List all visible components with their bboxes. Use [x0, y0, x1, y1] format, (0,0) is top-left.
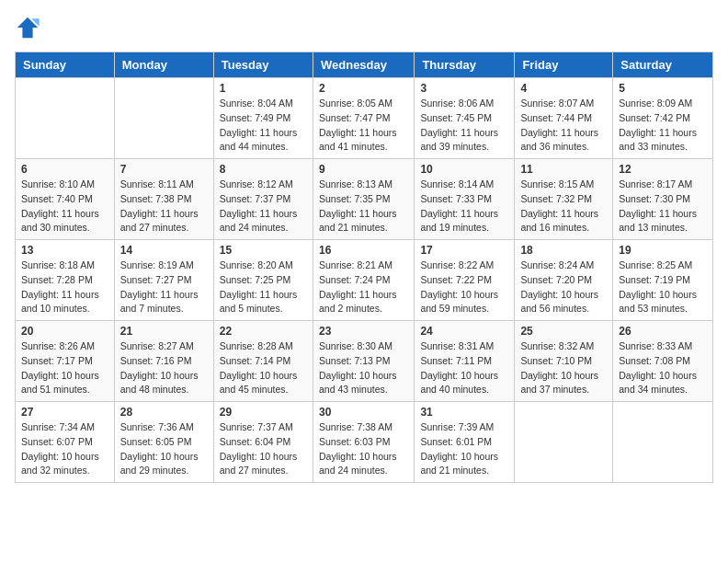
day-info: Sunrise: 8:28 AMSunset: 7:14 PMDaylight:…: [220, 340, 298, 395]
day-info: Sunrise: 8:21 AMSunset: 7:24 PMDaylight:…: [319, 259, 397, 314]
day-info: Sunrise: 8:32 AMSunset: 7:10 PMDaylight:…: [520, 340, 598, 395]
day-info: Sunrise: 8:13 AMSunset: 7:35 PMDaylight:…: [319, 178, 397, 233]
day-info: Sunrise: 8:14 AMSunset: 7:33 PMDaylight:…: [420, 178, 498, 233]
calendar-cell: 17 Sunrise: 8:22 AMSunset: 7:22 PMDaylig…: [415, 240, 515, 321]
day-number: 21: [120, 325, 208, 338]
day-number: 11: [520, 163, 607, 176]
day-info: Sunrise: 8:27 AMSunset: 7:16 PMDaylight:…: [120, 340, 199, 395]
day-info: Sunrise: 8:05 AMSunset: 7:47 PMDaylight:…: [319, 98, 397, 152]
day-info: Sunrise: 8:33 AMSunset: 7:08 PMDaylight:…: [619, 340, 697, 395]
calendar-cell: 30 Sunrise: 7:38 AMSunset: 6:03 PMDaylig…: [313, 402, 414, 483]
calendar-cell: 14 Sunrise: 8:19 AMSunset: 7:27 PMDaylig…: [114, 240, 213, 321]
calendar-week-row: 27 Sunrise: 7:34 AMSunset: 6:07 PMDaylig…: [16, 402, 713, 483]
day-info: Sunrise: 8:15 AMSunset: 7:32 PMDaylight:…: [520, 178, 598, 233]
day-number: 3: [420, 82, 508, 95]
calendar-cell: 27 Sunrise: 7:34 AMSunset: 6:07 PMDaylig…: [16, 402, 115, 483]
page-header: [15, 15, 713, 40]
calendar-week-row: 20 Sunrise: 8:26 AMSunset: 7:17 PMDaylig…: [16, 321, 713, 402]
day-number: 6: [21, 163, 108, 176]
day-number: 18: [520, 244, 607, 257]
day-info: Sunrise: 8:25 AMSunset: 7:19 PMDaylight:…: [619, 259, 697, 314]
calendar-cell: 7 Sunrise: 8:11 AMSunset: 7:38 PMDayligh…: [114, 159, 213, 240]
weekday-header: Thursday: [415, 52, 515, 78]
day-info: Sunrise: 8:31 AMSunset: 7:11 PMDaylight:…: [420, 340, 498, 395]
calendar-cell: 21 Sunrise: 8:27 AMSunset: 7:16 PMDaylig…: [114, 321, 213, 402]
day-info: Sunrise: 8:09 AMSunset: 7:42 PMDaylight:…: [619, 98, 697, 152]
day-number: 8: [220, 163, 307, 176]
day-info: Sunrise: 8:18 AMSunset: 7:28 PMDaylight:…: [21, 259, 99, 314]
day-number: 9: [319, 163, 408, 176]
weekday-header: Monday: [114, 52, 213, 78]
day-info: Sunrise: 8:22 AMSunset: 7:22 PMDaylight:…: [420, 259, 498, 314]
calendar-cell: [114, 78, 213, 159]
calendar-cell: [515, 402, 613, 483]
day-info: Sunrise: 7:34 AMSunset: 6:07 PMDaylight:…: [21, 421, 99, 476]
day-number: 16: [319, 244, 408, 257]
day-number: 27: [21, 406, 108, 419]
calendar-cell: 15 Sunrise: 8:20 AMSunset: 7:25 PMDaylig…: [213, 240, 313, 321]
calendar-cell: 11 Sunrise: 8:15 AMSunset: 7:32 PMDaylig…: [515, 159, 613, 240]
day-number: 22: [220, 325, 307, 338]
day-number: 5: [619, 82, 707, 95]
day-number: 26: [619, 325, 707, 338]
calendar-cell: 10 Sunrise: 8:14 AMSunset: 7:33 PMDaylig…: [415, 159, 515, 240]
calendar-cell: 25 Sunrise: 8:32 AMSunset: 7:10 PMDaylig…: [515, 321, 613, 402]
day-info: Sunrise: 7:38 AMSunset: 6:03 PMDaylight:…: [319, 421, 397, 476]
weekday-header: Sunday: [16, 52, 115, 78]
day-number: 10: [420, 163, 508, 176]
calendar-cell: 8 Sunrise: 8:12 AMSunset: 7:37 PMDayligh…: [213, 159, 313, 240]
day-number: 15: [220, 244, 307, 257]
day-info: Sunrise: 8:20 AMSunset: 7:25 PMDaylight:…: [220, 259, 298, 314]
day-info: Sunrise: 8:24 AMSunset: 7:20 PMDaylight:…: [520, 259, 598, 314]
day-info: Sunrise: 8:04 AMSunset: 7:49 PMDaylight:…: [220, 98, 298, 152]
day-number: 19: [619, 244, 707, 257]
day-number: 24: [420, 325, 508, 338]
calendar-cell: 18 Sunrise: 8:24 AMSunset: 7:20 PMDaylig…: [515, 240, 613, 321]
calendar-cell: 1 Sunrise: 8:04 AMSunset: 7:49 PMDayligh…: [213, 78, 313, 159]
day-info: Sunrise: 7:39 AMSunset: 6:01 PMDaylight:…: [420, 421, 498, 476]
day-info: Sunrise: 8:17 AMSunset: 7:30 PMDaylight:…: [619, 178, 697, 233]
calendar-cell: 13 Sunrise: 8:18 AMSunset: 7:28 PMDaylig…: [16, 240, 115, 321]
day-number: 23: [319, 325, 408, 338]
calendar-cell: 26 Sunrise: 8:33 AMSunset: 7:08 PMDaylig…: [613, 321, 713, 402]
calendar-cell: 31 Sunrise: 7:39 AMSunset: 6:01 PMDaylig…: [415, 402, 515, 483]
calendar-cell: 20 Sunrise: 8:26 AMSunset: 7:17 PMDaylig…: [16, 321, 115, 402]
day-number: 14: [120, 244, 208, 257]
day-info: Sunrise: 8:19 AMSunset: 7:27 PMDaylight:…: [120, 259, 199, 314]
calendar-week-row: 13 Sunrise: 8:18 AMSunset: 7:28 PMDaylig…: [16, 240, 713, 321]
calendar-cell: 4 Sunrise: 8:07 AMSunset: 7:44 PMDayligh…: [515, 78, 613, 159]
day-info: Sunrise: 8:12 AMSunset: 7:37 PMDaylight:…: [220, 178, 298, 233]
day-number: 31: [420, 406, 508, 419]
calendar-cell: 9 Sunrise: 8:13 AMSunset: 7:35 PMDayligh…: [313, 159, 414, 240]
calendar-cell: 2 Sunrise: 8:05 AMSunset: 7:47 PMDayligh…: [313, 78, 414, 159]
calendar-week-row: 1 Sunrise: 8:04 AMSunset: 7:49 PMDayligh…: [16, 78, 713, 159]
day-info: Sunrise: 8:11 AMSunset: 7:38 PMDaylight:…: [120, 178, 199, 233]
calendar-cell: 29 Sunrise: 7:37 AMSunset: 6:04 PMDaylig…: [213, 402, 313, 483]
weekday-header: Wednesday: [313, 52, 414, 78]
day-number: 20: [21, 325, 108, 338]
day-number: 30: [319, 406, 408, 419]
day-info: Sunrise: 8:10 AMSunset: 7:40 PMDaylight:…: [21, 178, 99, 233]
day-number: 12: [619, 163, 707, 176]
calendar-cell: 19 Sunrise: 8:25 AMSunset: 7:19 PMDaylig…: [613, 240, 713, 321]
day-number: 7: [120, 163, 208, 176]
weekday-header: Friday: [515, 52, 613, 78]
weekday-header: Tuesday: [213, 52, 313, 78]
day-info: Sunrise: 8:26 AMSunset: 7:17 PMDaylight:…: [21, 340, 99, 395]
calendar-cell: 24 Sunrise: 8:31 AMSunset: 7:11 PMDaylig…: [415, 321, 515, 402]
calendar-cell: [613, 402, 713, 483]
calendar-cell: 3 Sunrise: 8:06 AMSunset: 7:45 PMDayligh…: [415, 78, 515, 159]
day-number: 1: [220, 82, 307, 95]
day-info: Sunrise: 8:07 AMSunset: 7:44 PMDaylight:…: [520, 98, 598, 152]
calendar-cell: 16 Sunrise: 8:21 AMSunset: 7:24 PMDaylig…: [313, 240, 414, 321]
day-info: Sunrise: 8:06 AMSunset: 7:45 PMDaylight:…: [420, 98, 498, 152]
day-number: 17: [420, 244, 508, 257]
calendar-cell: 6 Sunrise: 8:10 AMSunset: 7:40 PMDayligh…: [16, 159, 115, 240]
day-number: 28: [120, 406, 208, 419]
logo: [15, 15, 44, 40]
day-number: 2: [319, 82, 408, 95]
day-info: Sunrise: 7:36 AMSunset: 6:05 PMDaylight:…: [120, 421, 199, 476]
calendar-cell: 5 Sunrise: 8:09 AMSunset: 7:42 PMDayligh…: [613, 78, 713, 159]
day-number: 25: [520, 325, 607, 338]
day-info: Sunrise: 8:30 AMSunset: 7:13 PMDaylight:…: [319, 340, 397, 395]
